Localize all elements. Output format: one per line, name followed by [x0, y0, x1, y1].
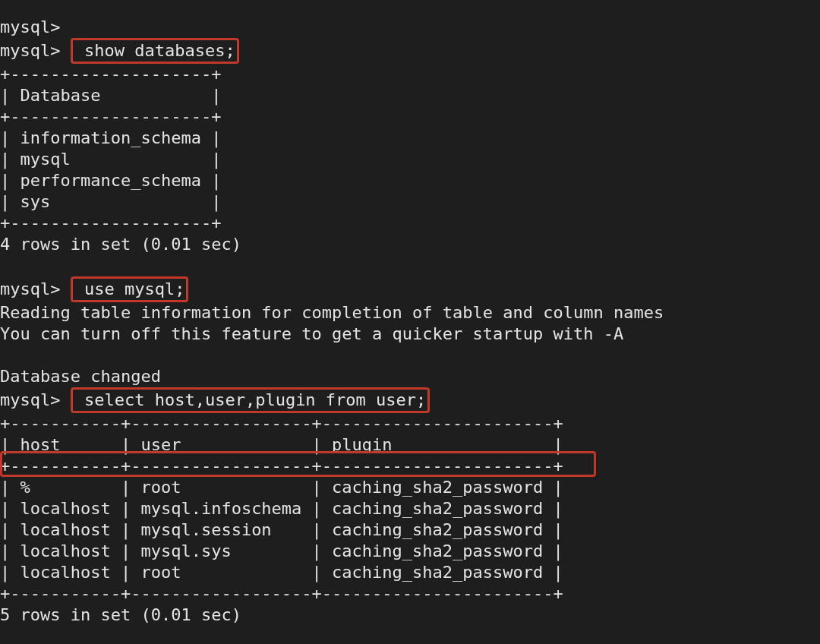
prompt: mysql> [0, 41, 60, 60]
cmd-show-databases: show databases; [74, 41, 235, 60]
table1-summary: 4 rows in set (0.01 sec) [0, 235, 241, 254]
highlight-cmd-show-databases: show databases; [71, 38, 239, 64]
msg-reading: Reading table information for completion… [0, 303, 664, 322]
table2-row: | localhost | root | caching_sha2_passwo… [0, 563, 563, 582]
table2-header: | host | user | plugin | [0, 435, 563, 454]
table2-row: | localhost | mysql.session | caching_sh… [0, 520, 563, 539]
table1-border-bot: +--------------------+ [0, 213, 221, 232]
table1-row: | information_schema | [0, 128, 221, 147]
highlight-cmd-use-mysql: use mysql; [71, 276, 189, 302]
table1-border-top: +--------------------+ [0, 65, 221, 84]
terminal-output[interactable]: mysql> mysql> show databases; +---------… [0, 17, 820, 644]
msg-db-changed: Database changed [0, 367, 161, 386]
cmd-select-user: select host,user,plugin from user; [74, 390, 427, 409]
table2-border-bot: +-----------+------------------+--------… [0, 584, 563, 603]
table2-summary: 5 rows in set (0.01 sec) [0, 605, 241, 624]
table1-row: | sys | [0, 192, 221, 211]
table2-row: | localhost | mysql.sys | caching_sha2_p… [0, 541, 563, 560]
table2-row-highlighted: | % | root | caching_sha2_password | [0, 478, 563, 497]
prompt: mysql> [0, 279, 60, 298]
table1-border-mid: +--------------------+ [0, 107, 221, 126]
table2-border-top: +-----------+------------------+--------… [0, 414, 563, 433]
prompt: mysql> [0, 390, 60, 409]
table2-row: | localhost | mysql.infoschema | caching… [0, 499, 563, 518]
highlight-cmd-select-user: select host,user,plugin from user; [71, 387, 430, 413]
prompt-partial: mysql> [0, 17, 60, 36]
table1-header: | Database | [0, 86, 221, 105]
cmd-use-mysql: use mysql; [74, 279, 185, 298]
table2-border-mid: +-----------+------------------+--------… [0, 456, 563, 475]
table1-row: | performance_schema | [0, 171, 221, 190]
msg-turnoff: You can turn off this feature to get a q… [0, 324, 623, 343]
table1-row: | mysql | [0, 150, 221, 169]
